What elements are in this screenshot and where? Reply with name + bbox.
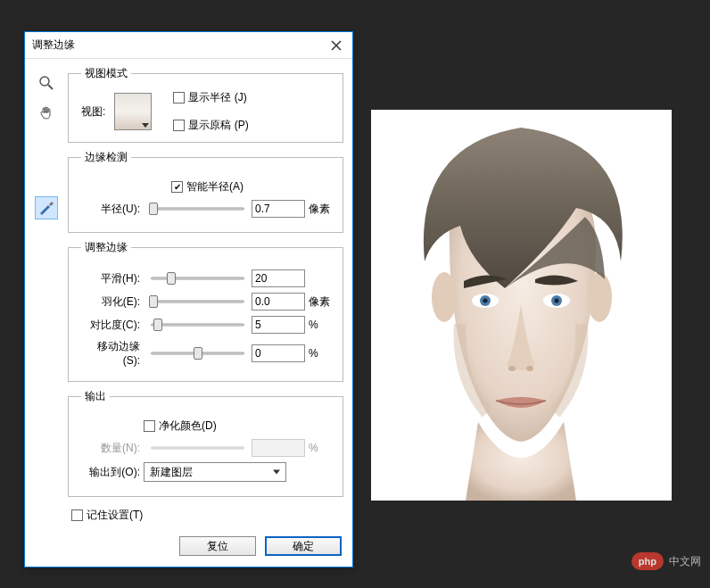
- contrast-input[interactable]: [252, 316, 305, 334]
- checkbox-label: 智能半径(A): [186, 179, 244, 195]
- feather-input[interactable]: [252, 293, 305, 311]
- magnifier-icon: [38, 75, 54, 91]
- reset-button[interactable]: 复位: [179, 536, 256, 556]
- checkbox-icon: [173, 120, 185, 131]
- checkbox-icon: [173, 92, 185, 104]
- legend-edge-detection: 边缘检测: [81, 150, 131, 165]
- checkbox-icon: [144, 420, 155, 432]
- output-to-label: 输出到(O):: [81, 465, 144, 480]
- svg-point-11: [40, 77, 49, 86]
- radius-slider[interactable]: [151, 202, 244, 216]
- checkbox-smart-radius[interactable]: ✔ 智能半径(A): [171, 179, 244, 195]
- feather-slider[interactable]: [151, 294, 244, 309]
- smooth-label: 平滑(H):: [81, 271, 144, 286]
- checkbox-icon: [71, 509, 83, 521]
- svg-point-8: [555, 299, 559, 303]
- group-output: 输出 净化颜色(D) 数量(N): % 输出到(O):: [68, 389, 343, 497]
- portrait-placeholder: [371, 110, 672, 501]
- view-thumbnail-dropdown[interactable]: [114, 93, 152, 130]
- svg-point-2: [587, 272, 612, 322]
- svg-line-12: [48, 85, 53, 89]
- checkbox-show-original[interactable]: 显示原稿 (P): [173, 118, 248, 133]
- dialog-button-row: 复位 确定: [68, 533, 343, 558]
- checkbox-show-radius[interactable]: 显示半径 (J): [173, 90, 248, 105]
- checkbox-label: 显示原稿 (P): [188, 118, 248, 133]
- svg-point-9: [508, 366, 516, 371]
- close-button[interactable]: [327, 37, 345, 54]
- contrast-unit: %: [309, 319, 334, 331]
- checkbox-icon: ✔: [171, 181, 183, 193]
- hand-tool[interactable]: [35, 102, 58, 125]
- checkbox-label: 显示半径 (J): [188, 90, 246, 105]
- svg-point-5: [483, 299, 488, 303]
- legend-output: 输出: [81, 389, 110, 404]
- amount-input: [252, 439, 305, 457]
- checkbox-label: 净化颜色(D): [159, 418, 217, 434]
- watermark-text: 中文网: [669, 554, 701, 569]
- brush-icon: [37, 199, 55, 217]
- checkbox-label: 记住设置(T): [87, 508, 143, 523]
- watermark-pill: php: [632, 552, 664, 570]
- refine-edge-dialog: 调整边缘 视图模式 视图:: [24, 31, 353, 567]
- feather-unit: 像素: [309, 294, 334, 310]
- checkbox-remember-settings[interactable]: 记住设置(T): [71, 508, 143, 523]
- contrast-slider[interactable]: [151, 318, 244, 332]
- feather-label: 羽化(E):: [81, 294, 144, 310]
- output-to-value: 新建图层: [150, 465, 193, 480]
- view-label: 视图:: [81, 104, 105, 120]
- radius-unit: 像素: [309, 202, 334, 217]
- tool-column: [34, 66, 59, 558]
- canvas-preview: [371, 110, 672, 501]
- contrast-label: 对比度(C):: [81, 318, 144, 333]
- dialog-title: 调整边缘: [32, 37, 327, 53]
- svg-point-1: [432, 272, 457, 322]
- shift-edge-label: 移动边缘(S):: [81, 339, 144, 367]
- legend-view-mode: 视图模式: [81, 66, 131, 81]
- hand-icon: [38, 105, 54, 121]
- legend-adjust-edge: 调整边缘: [81, 240, 131, 255]
- dialog-content: 视图模式 视图: 显示半径 (J) 显示原稿 (P): [59, 66, 343, 558]
- radius-label: 半径(U):: [81, 202, 144, 217]
- smooth-input[interactable]: [252, 269, 305, 287]
- svg-point-10: [526, 366, 533, 371]
- refine-brush-tool[interactable]: [35, 196, 58, 219]
- group-adjust-edge: 调整边缘 平滑(H): 羽化(E): 像素: [68, 240, 343, 382]
- shift-edge-slider[interactable]: [151, 346, 244, 360]
- checkbox-decontaminate[interactable]: 净化颜色(D): [144, 418, 217, 434]
- group-edge-detection: 边缘检测 ✔ 智能半径(A) 半径(U): 像素: [68, 150, 343, 233]
- amount-label: 数量(N):: [81, 441, 144, 456]
- output-to-select[interactable]: 新建图层: [144, 462, 286, 482]
- group-view-mode: 视图模式 视图: 显示半径 (J) 显示原稿 (P): [68, 66, 343, 143]
- shift-edge-input[interactable]: [252, 344, 305, 362]
- close-icon: [331, 40, 342, 51]
- dialog-titlebar[interactable]: 调整边缘: [25, 32, 352, 59]
- amount-slider: [151, 441, 244, 455]
- radius-input[interactable]: [252, 200, 305, 218]
- ok-button[interactable]: 确定: [265, 536, 342, 556]
- shift-edge-unit: %: [309, 347, 334, 360]
- smooth-slider[interactable]: [151, 271, 244, 286]
- amount-unit: %: [309, 442, 334, 454]
- zoom-tool[interactable]: [35, 71, 58, 95]
- watermark: php 中文网: [632, 552, 701, 570]
